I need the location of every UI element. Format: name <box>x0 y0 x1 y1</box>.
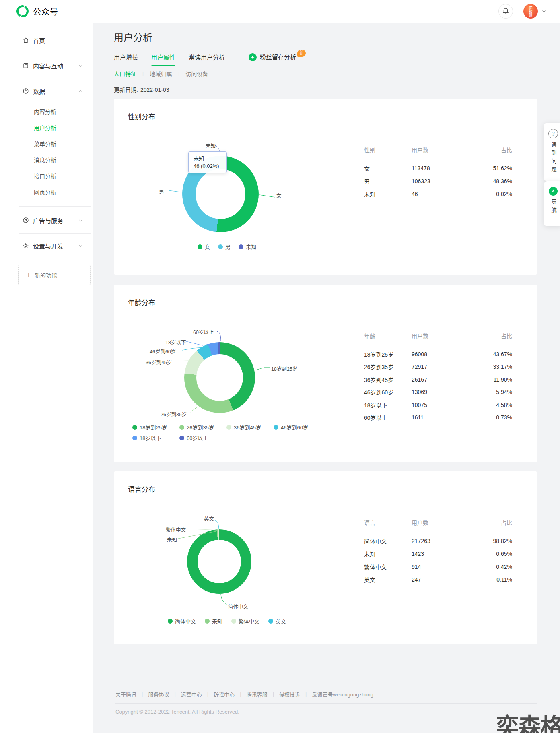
new-feature-button[interactable]: + 新的功能 <box>18 265 91 285</box>
account-chevron-down-icon[interactable] <box>541 9 546 14</box>
chevron-down-icon <box>78 218 83 223</box>
pie-label: 未知 <box>167 536 177 543</box>
card-divider <box>340 322 340 444</box>
table-header: 性别 用户数 占比 <box>364 145 512 155</box>
col-header: 年龄 <box>364 332 412 340</box>
sidebar-subitem-content-analysis[interactable]: 内容分析 <box>0 106 93 117</box>
sidebar-item-home[interactable]: 首页 <box>0 35 93 46</box>
sidebar-subitem-webpage-analysis[interactable]: 网页分析 <box>0 186 93 198</box>
footer-separator: | <box>142 691 143 697</box>
legend-item[interactable]: 未知 <box>205 617 222 625</box>
new-badge: 新 <box>297 50 306 57</box>
table-row: 英文 247 0.11% <box>364 573 512 586</box>
footer-link[interactable]: 辟谣中心 <box>214 690 235 698</box>
footer-link[interactable]: 侵权投诉 <box>279 690 300 698</box>
tooltip-value: 46 (0.02%) <box>194 162 222 170</box>
sidebar-item-data[interactable]: 数据 <box>0 85 93 97</box>
subtab-bar: 人口特征 | 地域归属 | 访问设备 <box>114 70 537 78</box>
brand-logo-link[interactable]: 公众号 <box>16 0 58 23</box>
navigation-float-button[interactable]: 导航 <box>544 181 560 226</box>
pie-label: 26岁到35岁 <box>161 410 187 418</box>
pie-label: 36岁到45岁 <box>146 358 172 366</box>
pie-label: 英文 <box>204 515 214 522</box>
legend-label: 简体中文 <box>175 617 196 625</box>
legend-item[interactable]: 男 <box>218 243 231 250</box>
sidebar-divider <box>19 206 91 207</box>
age-donut-chart[interactable] <box>184 342 255 413</box>
pie-label: 繁体中文 <box>166 526 186 533</box>
footer-link[interactable]: 服务协议 <box>148 690 169 698</box>
update-date-row: 更新日期:2022-01-03 <box>114 85 537 93</box>
age-chart: 60岁以上 18岁以下 46岁到60岁 36岁到45岁 26岁到35岁 18岁到… <box>114 285 340 462</box>
account-avatar[interactable]: 优 物 铺 <box>523 4 538 19</box>
subtab-devices[interactable]: 访问设备 <box>185 70 208 78</box>
help-float-button[interactable]: ? 遇到问题 <box>544 123 560 181</box>
sidebar-item-label: 广告与服务 <box>33 216 63 225</box>
footer-divider <box>115 703 537 704</box>
col-header: 占比 <box>472 332 512 340</box>
sidebar-item-ads-services[interactable]: 广告与服务 <box>0 215 93 226</box>
legend-item[interactable]: 18岁到25岁 <box>132 423 179 431</box>
header-actions: 优 物 铺 <box>498 0 546 23</box>
footer-link[interactable]: 腾讯客服 <box>247 690 268 698</box>
legend-item[interactable]: 未知 <box>239 243 256 250</box>
footer-link[interactable]: 关于腾讯 <box>115 690 136 698</box>
tab-user-growth[interactable]: 用户增长 <box>114 53 138 66</box>
chevron-up-icon <box>78 89 83 93</box>
pie-label-unknown: 未知 <box>206 142 216 149</box>
copyright: Copyright © 2012-2022 Tencent. All Right… <box>115 709 537 727</box>
sidebar-subitem-label: 网页分析 <box>34 188 56 196</box>
legend-label: 英文 <box>276 617 286 625</box>
legend-item[interactable]: 26岁到35岁 <box>179 423 226 431</box>
legend-dot <box>218 244 223 249</box>
tab-user-attributes[interactable]: 用户属性 <box>151 53 175 66</box>
legend-item[interactable]: 简体中文 <box>168 617 196 625</box>
sidebar-divider <box>19 233 91 234</box>
data-pie-icon <box>23 88 29 94</box>
footer-link[interactable]: 反馈官号weixingongzhong <box>312 690 373 698</box>
legend-dot <box>239 244 243 249</box>
sidebar-subitem-message-analysis[interactable]: 消息分析 <box>0 154 93 165</box>
legend-label: 未知 <box>246 243 256 250</box>
tab-regular-readers[interactable]: 常读用户分析 <box>189 53 225 66</box>
subtab-region[interactable]: 地域归属 <box>150 70 172 78</box>
legend-item[interactable]: 46岁到60岁 <box>274 423 321 431</box>
tooltip-series: 未知 <box>194 155 222 162</box>
footer-separator: | <box>240 691 241 697</box>
footer-separator: | <box>174 691 175 697</box>
legend-dot <box>179 436 184 440</box>
legend-label: 男 <box>225 243 231 250</box>
legend-dot <box>231 619 236 624</box>
sidebar-item-content-interaction[interactable]: 内容与互动 <box>0 60 93 71</box>
legend-item[interactable]: 60岁以上 <box>179 434 226 442</box>
sidebar-item-settings-dev[interactable]: 设置与开发 <box>0 240 93 251</box>
legend-item[interactable]: 18岁以下 <box>132 434 179 442</box>
chevron-down-icon <box>78 244 83 248</box>
legend-label: 18岁以下 <box>140 434 161 442</box>
language-distribution-card: 语言分布 英文 繁体中文 未知 简体中文 简体中文 未知 繁体中文 英文 <box>114 471 537 644</box>
sidebar-subitem-menu-analysis[interactable]: 菜单分析 <box>0 138 93 149</box>
legend-item[interactable]: 繁体中文 <box>231 617 259 625</box>
footer-link[interactable]: 运营中心 <box>181 690 202 698</box>
donut-hole <box>198 540 241 583</box>
col-header: 用户数 <box>412 518 472 527</box>
footer-separator: | <box>207 691 208 697</box>
language-donut-chart[interactable] <box>187 529 251 594</box>
sidebar-item-label: 首页 <box>33 36 45 45</box>
legend-label: 26岁到35岁 <box>187 423 214 431</box>
legend-item[interactable]: 36岁到45岁 <box>226 423 274 431</box>
sidebar-subitem-label: 菜单分析 <box>34 140 56 148</box>
language-table: 语言 用户数 占比 简体中文 217263 98.82% 未知 1423 0.6… <box>364 518 512 586</box>
sidebar-subitem-api-analysis[interactable]: 接口分析 <box>0 170 93 182</box>
notification-bell-button[interactable] <box>498 4 513 19</box>
sidebar-item-label: 内容与互动 <box>33 62 63 70</box>
sidebar-subitem-user-analysis[interactable]: 用户分析 <box>0 122 93 133</box>
tab-bar: 用户增长 用户属性 常读用户分析 粉丝留存分析 新 <box>114 53 537 66</box>
subtab-demographics[interactable]: 人口特征 <box>114 70 136 78</box>
legend-label: 繁体中文 <box>239 617 259 625</box>
legend-item[interactable]: 女 <box>198 243 210 250</box>
age-legend: 18岁到25岁 26岁到35岁 36岁到45岁 46岁到60岁 18岁以下 60… <box>132 423 321 442</box>
legend-dot <box>205 619 210 624</box>
legend-item[interactable]: 英文 <box>268 617 286 625</box>
tab-fan-retention[interactable]: 粉丝留存分析 新 <box>249 53 306 66</box>
